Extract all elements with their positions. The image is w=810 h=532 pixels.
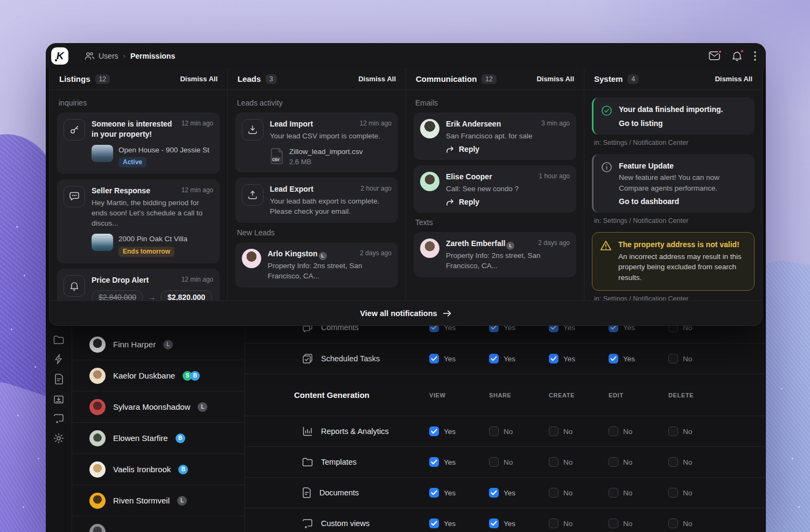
- mail-button[interactable]: [709, 51, 720, 60]
- user-row-sylvara-moonshadow[interactable]: Sylvara Moonshadow L: [72, 391, 245, 423]
- user-row-vaelis-ironbrook[interactable]: Vaelis Ironbrook B: [72, 454, 245, 485]
- reply-button[interactable]: Reply: [446, 198, 570, 206]
- permission-cell-view[interactable]: Yes: [429, 457, 489, 467]
- checkbox[interactable]: [668, 457, 678, 467]
- user-row-kaelor-duskbane[interactable]: Kaelor Duskbane SB: [72, 360, 245, 391]
- notifications-button[interactable]: [732, 51, 742, 61]
- more-menu-button[interactable]: [754, 51, 756, 61]
- app-logo[interactable]: K: [51, 47, 68, 65]
- checkbox[interactable]: [668, 488, 678, 498]
- checkbox[interactable]: [429, 426, 439, 436]
- permission-cell-delete[interactable]: No: [668, 519, 728, 528]
- checkbox[interactable]: [489, 426, 499, 436]
- card-timestamp: 2 hour ago: [361, 184, 392, 192]
- permission-cell-create[interactable]: Yes: [549, 354, 609, 363]
- checkbox[interactable]: [668, 354, 678, 363]
- attached-file[interactable]: CSV Zillow_lead_import.csv 2.6 MB: [270, 146, 392, 166]
- go-to-dashboard-link[interactable]: Go to dashboard: [619, 197, 747, 206]
- checkbox[interactable]: [489, 519, 499, 528]
- dismiss-all-button[interactable]: Dismiss All: [536, 75, 574, 83]
- user-row-elowen-starfire[interactable]: Elowen Starfire B: [72, 423, 245, 454]
- permission-cell-share[interactable]: Yes: [489, 488, 549, 498]
- sidebar-item-import[interactable]: [53, 394, 64, 404]
- permission-cell-edit[interactable]: Yes: [609, 354, 668, 363]
- card-location-meta: in: Settings / Notification Center: [594, 295, 752, 300]
- permission-cell-edit[interactable]: No: [609, 519, 668, 528]
- permission-cell-view[interactable]: Yes: [429, 354, 489, 363]
- notification-card-price-drop[interactable]: Price Drop Alert 12 min ago $2,840.000 →…: [57, 269, 220, 300]
- checkbox[interactable]: [668, 519, 678, 528]
- checkbox[interactable]: [429, 457, 439, 467]
- column-header-share: SHARE: [489, 392, 549, 398]
- permission-cell-create[interactable]: No: [549, 519, 609, 528]
- checkbox[interactable]: [609, 488, 618, 498]
- dismiss-all-button[interactable]: Dismiss All: [180, 75, 218, 83]
- checkbox[interactable]: [549, 457, 558, 467]
- user-row-partial[interactable]: [72, 516, 245, 532]
- checkbox[interactable]: [489, 488, 499, 498]
- breadcrumb-users[interactable]: Users: [85, 52, 118, 60]
- notification-card-interest[interactable]: Someone is interested in your property! …: [57, 113, 220, 174]
- top-bar: K Users › Permissions: [46, 43, 766, 68]
- permission-cell-delete[interactable]: No: [668, 488, 728, 498]
- property-row[interactable]: Open House - 900 Jessie St Active: [92, 145, 213, 167]
- permission-cell-edit[interactable]: No: [609, 457, 668, 467]
- system-card-address-warning[interactable]: The property address is not valid! An in…: [592, 232, 755, 290]
- view-all-notifications-button[interactable]: View all notifications: [50, 300, 762, 325]
- permission-cell-view[interactable]: Yes: [429, 426, 489, 436]
- notification-card-text-zareth[interactable]: Zareth EmberfallL 2 days ago Property In…: [414, 232, 576, 277]
- checkbox[interactable]: [609, 519, 618, 528]
- user-row-finn-harper[interactable]: Finn Harper L: [72, 329, 245, 360]
- sidebar-item-custom-views[interactable]: [53, 414, 64, 424]
- row-label-text: Templates: [321, 458, 357, 466]
- sidebar-item-activity[interactable]: [54, 354, 64, 365]
- permission-cell-view[interactable]: Yes: [429, 488, 489, 498]
- checkbox[interactable]: [489, 457, 499, 467]
- checkbox[interactable]: [668, 426, 678, 436]
- dismiss-all-button[interactable]: Dismiss All: [715, 75, 752, 83]
- notification-card-lead-import[interactable]: Lead Import 12 min ago Your lead CSV imp…: [235, 113, 398, 172]
- user-row-riven-stormveil[interactable]: Riven Stormveil L: [72, 485, 245, 516]
- checkbox[interactable]: [489, 354, 499, 363]
- sidebar-item-documents[interactable]: [54, 374, 64, 384]
- checkbox[interactable]: [429, 519, 439, 528]
- permission-cell-share[interactable]: Yes: [489, 519, 549, 528]
- permission-cell-edit[interactable]: No: [609, 426, 668, 436]
- system-card-import-success[interactable]: Your data finished importing. Go to list…: [592, 97, 755, 135]
- dismiss-all-button[interactable]: Dismiss All: [358, 75, 396, 83]
- checkbox[interactable]: [429, 488, 439, 498]
- checkbox[interactable]: [429, 354, 439, 363]
- permission-cell-share[interactable]: No: [489, 457, 549, 467]
- sidebar-item-folders[interactable]: [53, 335, 64, 345]
- checkbox[interactable]: [549, 488, 558, 498]
- checkbox[interactable]: [549, 519, 558, 528]
- permission-cell-share[interactable]: Yes: [489, 354, 549, 363]
- notification-card-lead-export[interactable]: Lead Export 2 hour ago Your lead bath ex…: [235, 178, 398, 223]
- permission-cell-delete[interactable]: No: [668, 426, 728, 436]
- notification-card-email-erik[interactable]: Erik Anderseen 3 min ago San Francisco a…: [414, 113, 576, 160]
- permission-cell-create[interactable]: No: [549, 426, 609, 436]
- notification-card-new-lead-arlo[interactable]: Arlo KingstonL 2 days ago Property Info:…: [235, 242, 398, 288]
- reply-button[interactable]: Reply: [446, 145, 570, 153]
- property-row[interactable]: 2000 Pin Oak Ct Villa Ends tomorrow: [92, 234, 213, 256]
- notification-card-seller-response[interactable]: Seller Response 12 min ago Hey Martin, t…: [57, 179, 220, 263]
- warning-icon: [600, 240, 612, 251]
- go-to-listing-link[interactable]: Go to listing: [619, 119, 723, 128]
- permission-cell-edit[interactable]: No: [609, 488, 668, 498]
- permission-cell-share[interactable]: No: [489, 426, 549, 436]
- permission-cell-create[interactable]: No: [549, 488, 609, 498]
- checkbox[interactable]: [549, 354, 558, 363]
- permission-cell-view[interactable]: Yes: [429, 519, 489, 528]
- checkbox[interactable]: [609, 457, 618, 467]
- permission-cell-create[interactable]: No: [549, 457, 609, 467]
- checkbox[interactable]: [609, 426, 618, 436]
- user-name: Finn Harper: [113, 340, 156, 349]
- permission-cell-delete[interactable]: No: [668, 354, 728, 363]
- checkbox[interactable]: [609, 354, 618, 363]
- sidebar-item-settings[interactable]: [53, 433, 64, 444]
- checkbox[interactable]: [549, 426, 558, 436]
- notification-card-email-elise[interactable]: Elise Cooper 1 hour ago Call: See new co…: [414, 165, 576, 213]
- permission-cell-delete[interactable]: No: [668, 457, 728, 467]
- system-card-feature-update[interactable]: Feature Update New feature alert! You ca…: [592, 154, 755, 213]
- card-body: Property Info: 2ns street, San Francisco…: [268, 261, 392, 281]
